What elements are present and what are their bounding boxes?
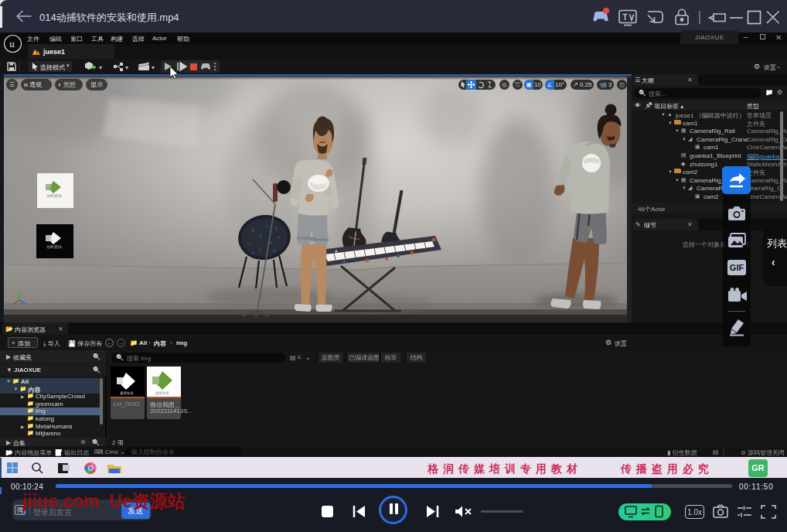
- svg-text:极致装备: 极致装备: [120, 390, 135, 395]
- svg-text:▾: ▾: [99, 64, 102, 71]
- svg-text:▾: ▾: [152, 64, 155, 71]
- svg-text:极致装备: 极致装备: [155, 390, 170, 395]
- svg-text:▾: ▾: [125, 64, 128, 71]
- svg-text:u: u: [9, 38, 15, 49]
- svg-text:动科星球: 动科星球: [46, 193, 62, 198]
- svg-text:动科星球: 动科星球: [46, 244, 62, 249]
